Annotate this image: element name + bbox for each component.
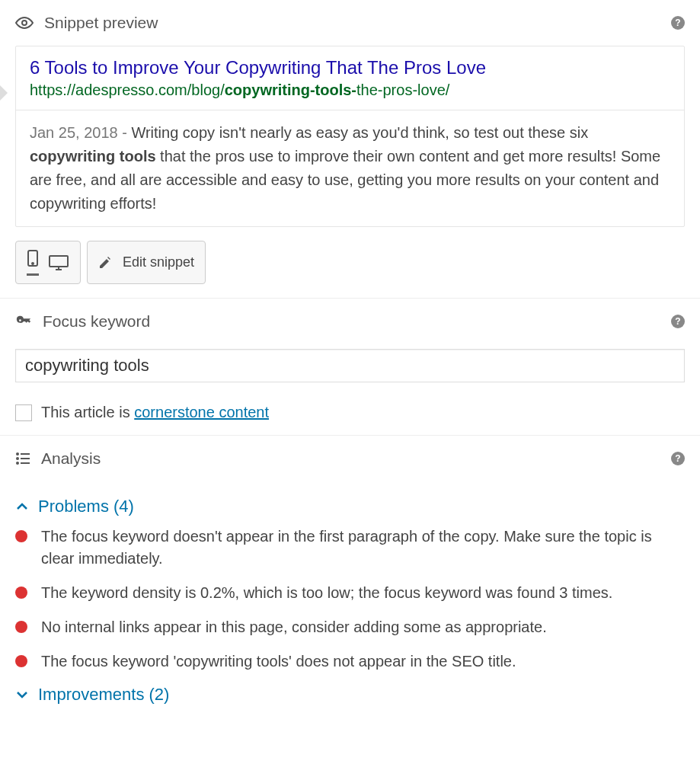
- focus-keyword-section: Focus keyword ? This article is cornerst…: [0, 299, 700, 436]
- svg-rect-7: [21, 458, 30, 459]
- snippet-description: Jan 25, 2018 - Writing copy isn't nearly…: [16, 110, 684, 226]
- status-dot-red-icon: [15, 621, 27, 633]
- problem-item: The focus keyword 'copywriting tools' do…: [15, 651, 685, 673]
- caret-left-icon: [0, 85, 8, 104]
- key-icon: [15, 313, 32, 330]
- svg-point-8: [16, 462, 19, 465]
- problem-text: The focus keyword 'copywriting tools' do…: [41, 651, 516, 673]
- pencil-icon: [98, 256, 112, 270]
- svg-point-4: [16, 452, 19, 456]
- preview-mode-toggle[interactable]: [15, 241, 81, 284]
- snippet-section-title: Snippet preview: [44, 14, 660, 32]
- status-dot-red-icon: [15, 587, 27, 599]
- help-icon[interactable]: ?: [671, 16, 685, 30]
- cornerstone-pre: This article is: [41, 404, 134, 420]
- snippet-date: Jan 25, 2018 -: [30, 124, 131, 141]
- desktop-icon[interactable]: [48, 254, 69, 271]
- snippet-title[interactable]: 6 Tools to Improve Your Copywriting That…: [30, 57, 670, 78]
- problem-item: No internal links appear in this page, c…: [15, 616, 685, 638]
- snippet-preview-section: Snippet preview ? 6 Tools to Improve You…: [0, 0, 700, 299]
- focus-keyword-input[interactable]: [15, 349, 685, 382]
- snippet-url-pre: https://adespresso.com/blog/: [30, 82, 225, 98]
- mobile-icon[interactable]: [27, 249, 39, 276]
- focus-keyword-header[interactable]: Focus keyword ?: [15, 312, 685, 331]
- problem-text: No internal links appear in this page, c…: [41, 616, 547, 638]
- improvements-label: Improvements (2): [38, 685, 169, 705]
- snippet-desc-pre: Writing copy isn't nearly as easy as you…: [131, 124, 588, 141]
- svg-rect-3: [50, 256, 68, 267]
- snippet-desc-bold: copywriting tools: [30, 148, 156, 165]
- status-dot-red-icon: [15, 530, 27, 542]
- snippet-url-bold: copywriting-tools-: [225, 82, 356, 98]
- problem-text: The focus keyword doesn't appear in the …: [41, 526, 685, 570]
- analysis-section: Analysis ?: [0, 436, 700, 472]
- chevron-down-icon: [15, 688, 29, 702]
- list-icon: [15, 451, 30, 466]
- svg-point-2: [32, 263, 34, 264]
- edit-snippet-button[interactable]: Edit snippet: [87, 241, 206, 284]
- analysis-title: Analysis: [41, 449, 660, 468]
- problems-label: Problems (4): [38, 497, 134, 516]
- cornerstone-link[interactable]: cornerstone content: [134, 404, 269, 420]
- help-icon[interactable]: ?: [671, 315, 685, 328]
- analysis-body: Problems (4) The focus keyword doesn't a…: [0, 472, 700, 721]
- improvements-toggle[interactable]: Improvements (2): [15, 685, 685, 705]
- snippet-url: https://adespresso.com/blog/copywriting-…: [30, 82, 670, 99]
- eye-icon: [15, 14, 34, 32]
- edit-snippet-label: Edit snippet: [123, 254, 194, 270]
- snippet-url-post: the-pros-love/: [356, 82, 449, 98]
- svg-point-0: [22, 21, 27, 25]
- snippet-header[interactable]: Snippet preview ?: [15, 14, 685, 32]
- status-dot-red-icon: [15, 655, 27, 667]
- svg-point-6: [16, 457, 19, 460]
- cornerstone-label: This article is cornerstone content: [41, 404, 269, 421]
- help-icon[interactable]: ?: [671, 452, 685, 465]
- snippet-box: 6 Tools to Improve Your Copywriting That…: [15, 46, 685, 227]
- cornerstone-checkbox[interactable]: [15, 404, 32, 421]
- svg-rect-5: [21, 453, 30, 455]
- problem-item: The focus keyword doesn't appear in the …: [15, 526, 685, 570]
- analysis-header[interactable]: Analysis ?: [15, 449, 685, 468]
- problem-text: The keyword density is 0.2%, which is to…: [41, 582, 612, 604]
- focus-keyword-title: Focus keyword: [43, 312, 660, 331]
- svg-rect-9: [21, 462, 30, 464]
- problems-toggle[interactable]: Problems (4): [15, 497, 685, 516]
- problem-item: The keyword density is 0.2%, which is to…: [15, 582, 685, 604]
- chevron-up-icon: [15, 500, 29, 513]
- problems-list: The focus keyword doesn't appear in the …: [15, 526, 685, 673]
